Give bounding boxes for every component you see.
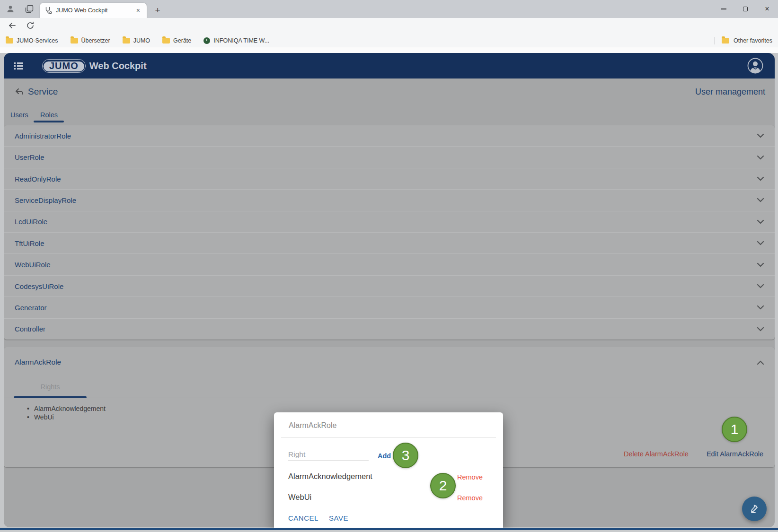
favorite-folder-uebersetzer[interactable]: Übersetzer: [71, 37, 110, 44]
browser-tab[interactable]: JUMO Web Cockpit ×: [40, 3, 147, 18]
pencil-icon: [749, 504, 760, 514]
remove-right-button[interactable]: Remove: [457, 494, 483, 502]
role-row-servicedisplayrole[interactable]: ServiceDisplayRole: [4, 189, 775, 210]
tab-users[interactable]: Users: [10, 111, 28, 119]
right-input[interactable]: [288, 448, 369, 461]
annotation-step-1: 1: [722, 417, 747, 442]
other-favorites[interactable]: Other favorites: [734, 37, 772, 44]
maximize-icon: [743, 7, 748, 11]
role-row-lcduirole[interactable]: LcdUiRole: [4, 211, 775, 232]
browser-titlebar: JUMO Web Cockpit × + ×: [0, 0, 778, 18]
product-name: Web Cockpit: [89, 61, 147, 71]
back-arrow-icon[interactable]: [14, 87, 25, 97]
remove-right-button[interactable]: Remove: [457, 473, 483, 481]
profile-icon[interactable]: [5, 3, 16, 15]
favorite-folder-geraete[interactable]: Geräte: [162, 37, 191, 44]
chevron-down-icon: [757, 284, 764, 288]
cancel-button[interactable]: CANCEL: [288, 514, 318, 522]
favorites-divider: [714, 37, 715, 44]
tab-bar-border: [4, 398, 775, 398]
role-row-webuirole[interactable]: WebUiRole: [4, 253, 775, 275]
role-row-userrole[interactable]: UserRole: [4, 146, 775, 167]
chevron-down-icon: [757, 133, 764, 138]
dialog-right-item: WebUi: [288, 493, 311, 502]
chevron-down-icon: [757, 198, 764, 202]
chevron-down-icon: [757, 176, 764, 181]
dialog-title: AlarmAckRole: [289, 421, 336, 430]
role-row-controller[interactable]: Controller: [4, 318, 775, 340]
refresh-icon[interactable]: [25, 20, 36, 31]
browser-toolbar: Not secure 10.190.63.84:8090/#/pages/use…: [0, 18, 778, 34]
favorite-folder-jumo-services[interactable]: JUMO-Services: [6, 37, 58, 44]
annotation-step-3: 3: [393, 443, 418, 468]
favorite-folder-jumo[interactable]: JUMO: [123, 37, 150, 44]
roles-list: AdministratorRole UserRole ReadOnlyRole …: [4, 125, 775, 340]
right-item: WebUi: [27, 413, 54, 421]
chevron-down-icon: [757, 219, 764, 224]
page-context-title: User management: [695, 87, 765, 97]
role-row-generator[interactable]: Generator: [4, 297, 775, 318]
close-icon: ×: [765, 5, 769, 13]
screenshot-root: JUMO Web Cockpit × + × Not secure: [0, 0, 778, 532]
back-icon[interactable]: [7, 20, 18, 31]
expanded-role-title[interactable]: AlarmAckRole: [15, 358, 61, 366]
role-row-administratorrole[interactable]: AdministratorRole: [4, 125, 775, 146]
edit-fab-button[interactable]: [742, 497, 767, 521]
chevron-down-icon: [757, 327, 764, 331]
window-maximize-button[interactable]: [734, 0, 756, 18]
chevron-down-icon: [757, 305, 764, 310]
edit-role-button[interactable]: Edit AlarmAckRole: [707, 450, 763, 458]
tab-title: JUMO Web Cockpit: [56, 7, 134, 14]
delete-role-button[interactable]: Delete AlarmAckRole: [624, 450, 689, 458]
window-minimize-button[interactable]: [713, 0, 734, 18]
window-border-base: [0, 530, 778, 532]
clock-icon: [203, 37, 210, 44]
dialog-right-item: AlarmAcknowledgement: [288, 472, 372, 481]
chevron-down-icon: [757, 155, 764, 160]
jumo-logo: JUMO: [42, 59, 86, 73]
user-avatar-icon[interactable]: [747, 58, 763, 74]
add-right-button[interactable]: Add: [378, 452, 391, 460]
favorite-infoniqa[interactable]: INFONIQA TIME W...: [203, 37, 269, 44]
annotation-step-2: 2: [430, 473, 456, 498]
right-item: AlarmAcknowledgement: [27, 405, 106, 412]
window-close-button[interactable]: ×: [756, 0, 778, 18]
role-row-readonlyrole[interactable]: ReadOnlyRole: [4, 168, 775, 189]
minimize-icon: [721, 9, 726, 9]
save-button[interactable]: SAVE: [329, 514, 348, 522]
role-row-tftuirole[interactable]: TftUiRole: [4, 232, 775, 253]
chevron-up-icon[interactable]: [757, 360, 764, 365]
chevron-down-icon: [757, 262, 764, 267]
tab-rights[interactable]: Rights: [14, 383, 87, 391]
chevron-down-icon: [757, 241, 764, 245]
tab-bar: Users Roles: [4, 105, 775, 125]
tab-roles[interactable]: Roles: [40, 111, 58, 119]
page-title-bar: Service User management: [4, 78, 775, 105]
page-title: Service: [28, 87, 58, 97]
favicon-stethoscope-icon: [44, 7, 52, 14]
dialog-footer-divider: [281, 510, 496, 510]
dialog-divider: [281, 437, 496, 438]
tab-close-icon[interactable]: ×: [134, 6, 142, 15]
folder-icon: [123, 38, 130, 44]
folder-icon: [722, 38, 729, 44]
folder-icon: [6, 38, 13, 44]
active-tab-indicator: [34, 121, 64, 122]
folder-icon: [162, 38, 170, 44]
menu-hamburger-icon[interactable]: [14, 62, 24, 70]
new-tab-button[interactable]: +: [151, 4, 164, 17]
folder-icon: [71, 38, 78, 44]
edit-role-dialog: AlarmAckRole Add AlarmAcknowledgement Re…: [274, 412, 503, 528]
app-header: JUMO Web Cockpit: [4, 53, 775, 78]
favorites-bar: JUMO-Services Übersetzer JUMO Geräte INF…: [0, 34, 778, 47]
page-viewport: JUMO Web Cockpit Service User management…: [0, 47, 778, 528]
rights-tab-indicator: [14, 396, 87, 398]
workspaces-icon[interactable]: [24, 3, 35, 15]
role-row-codesysuirole[interactable]: CodesysUiRole: [4, 275, 775, 297]
